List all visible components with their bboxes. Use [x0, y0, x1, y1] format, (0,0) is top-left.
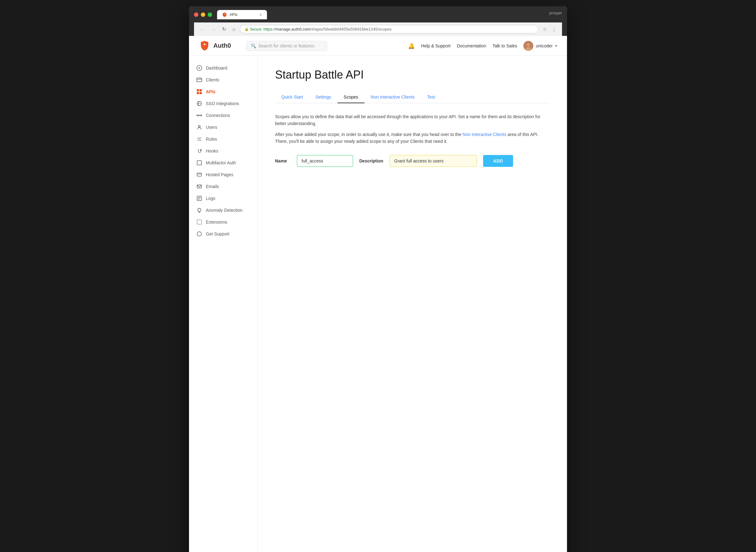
sidebar-item-connections[interactable]: Connections — [189, 110, 257, 121]
sidebar-item-dashboard[interactable]: Dashboard — [189, 62, 257, 74]
talk-to-sales-link[interactable]: Talk to Sales — [492, 43, 517, 48]
description-label: Description — [359, 158, 383, 163]
forward-button[interactable]: → — [209, 25, 218, 33]
sidebar-item-hosted-pages[interactable]: Hosted Pages — [189, 169, 257, 180]
tab-settings[interactable]: Settings — [309, 91, 337, 103]
sidebar-item-users[interactable]: Users — [189, 121, 257, 133]
tab-non-interactive-clients[interactable]: Non Interactive Clients — [364, 91, 421, 103]
sidebar-item-sso-integrations[interactable]: SSO Integrations — [189, 98, 257, 110]
svg-rect-18 — [197, 173, 201, 176]
sidebar-item-extensions[interactable]: Extensions — [189, 216, 257, 228]
rules-icon — [196, 136, 202, 142]
sidebar-item-label: Logs — [206, 196, 215, 201]
svg-rect-10 — [199, 89, 202, 91]
close-window-button[interactable] — [194, 12, 198, 17]
multifactor-icon — [196, 160, 202, 166]
sidebar-item-emails[interactable]: Emails — [189, 180, 257, 192]
scope-description-input[interactable] — [390, 155, 477, 167]
url-https: https:// — [264, 27, 276, 31]
app-header: Auth0 🔍 Search for clients or features 🔔… — [189, 36, 567, 56]
sidebar-item-logs[interactable]: Logs — [189, 192, 257, 204]
documentation-link[interactable]: Documentation — [457, 43, 486, 48]
maximize-window-button[interactable] — [208, 12, 212, 17]
svg-rect-7 — [197, 78, 202, 82]
sidebar-item-rules[interactable]: Rules — [189, 133, 257, 145]
tab-favicon-icon — [222, 12, 227, 17]
scope-name-input[interactable] — [297, 155, 353, 167]
home-button[interactable]: ⌂ — [231, 25, 237, 33]
tab-scopes[interactable]: Scopes — [337, 91, 364, 103]
sidebar-item-get-support[interactable]: Get Support — [189, 228, 257, 240]
connections-icon — [196, 113, 202, 118]
app-container: Auth0 🔍 Search for clients or features 🔔… — [189, 36, 567, 552]
secure-label: Secure — [250, 27, 262, 31]
address-bar[interactable]: 🔒 Secure https://manage.auth0.com/#/apis… — [240, 25, 538, 33]
sidebar-item-apis[interactable]: APIs — [189, 86, 257, 98]
svg-rect-9 — [197, 89, 199, 91]
sidebar-item-label: Dashboard — [206, 65, 228, 71]
non-interactive-clients-link[interactable]: Non Interactive Clients — [463, 132, 506, 137]
tab-bar: APIs × — [217, 10, 267, 19]
add-scope-button[interactable]: ADD — [483, 155, 513, 167]
browser-window: APIs × prosper ← → ↻ ⌂ 🔒 Secure https://… — [189, 6, 567, 552]
sso-icon — [196, 101, 202, 106]
sidebar-item-multifactor-auth[interactable]: Multifactor Auth — [189, 157, 257, 169]
name-label: Name — [275, 158, 291, 163]
help-support-link[interactable]: Help & Support — [421, 43, 451, 48]
scope-form: Name Description ADD — [275, 155, 550, 167]
emails-icon — [196, 184, 202, 189]
minimize-window-button[interactable] — [201, 12, 205, 17]
chevron-down-icon: ▾ — [555, 44, 557, 48]
hosted-pages-icon — [196, 172, 202, 177]
logo-area[interactable]: Auth0 — [199, 40, 231, 51]
tab-close-button[interactable]: × — [260, 12, 262, 17]
sidebar-item-hooks[interactable]: Hooks — [189, 145, 257, 157]
main-layout: Dashboard Clients APIs — [189, 56, 567, 552]
extensions-icon — [196, 219, 202, 225]
page-title: Startup Battle API — [275, 68, 550, 82]
svg-point-16 — [200, 149, 201, 151]
header-nav: 🔔 Help & Support Documentation Talk to S… — [408, 41, 557, 51]
sidebar-item-anomaly-detection[interactable]: Anomaly Detection — [189, 204, 257, 216]
search-icon: 🔍 — [251, 43, 256, 48]
avatar-image — [523, 41, 533, 51]
titlebar-top: APIs × prosper — [194, 10, 562, 19]
reload-button[interactable]: ↻ — [220, 25, 228, 33]
svg-point-27 — [197, 232, 201, 236]
url-domain: manage.auth0.com — [276, 27, 310, 31]
browser-tab[interactable]: APIs × — [217, 10, 267, 19]
tab-test[interactable]: Test — [421, 91, 441, 103]
search-bar[interactable]: 🔍 Search for clients or features — [246, 41, 327, 51]
sidebar-item-label: Hosted Pages — [206, 172, 233, 177]
svg-point-3 — [527, 43, 530, 46]
sidebar-item-label: Connections — [206, 113, 230, 118]
sidebar-item-label: Get Support — [206, 232, 230, 236]
tab-title: APIs — [230, 12, 257, 17]
avatar — [523, 41, 533, 51]
menu-button[interactable]: ⋮ — [550, 25, 558, 33]
tab-quick-start[interactable]: Quick Start — [275, 91, 309, 103]
svg-point-6 — [199, 67, 200, 68]
browser-titlebar: APIs × prosper ← → ↻ ⌂ 🔒 Secure https://… — [189, 6, 567, 36]
browser-toolbar: ← → ↻ ⌂ 🔒 Secure https://manage.auth0.co… — [194, 22, 562, 36]
sidebar: Dashboard Clients APIs — [189, 56, 258, 552]
description-text-1: Scopes allow you to define the data that… — [275, 113, 550, 127]
sidebar-item-clients[interactable]: Clients — [189, 74, 257, 86]
back-button[interactable]: ← — [198, 25, 206, 33]
notifications-button[interactable]: 🔔 — [408, 42, 415, 49]
description-text-2: After you have added your scope, in orde… — [275, 131, 550, 145]
bookmark-star-button[interactable]: ☆ — [541, 25, 549, 33]
sidebar-item-label: Users — [206, 125, 217, 130]
sidebar-item-label: Rules — [206, 137, 217, 142]
sidebar-item-label: Anomaly Detection — [206, 208, 243, 213]
svg-point-14 — [200, 115, 202, 116]
logs-icon — [196, 195, 202, 201]
sidebar-item-label: Multifactor Auth — [206, 160, 236, 165]
user-menu[interactable]: unicoder ▾ — [523, 41, 557, 51]
sidebar-item-label: Clients — [206, 77, 219, 82]
description2-prefix: After you have added your scope, in orde… — [275, 132, 461, 137]
dashboard-icon — [196, 65, 202, 71]
svg-point-15 — [198, 125, 200, 127]
svg-rect-17 — [197, 161, 201, 165]
get-support-icon — [196, 231, 202, 237]
